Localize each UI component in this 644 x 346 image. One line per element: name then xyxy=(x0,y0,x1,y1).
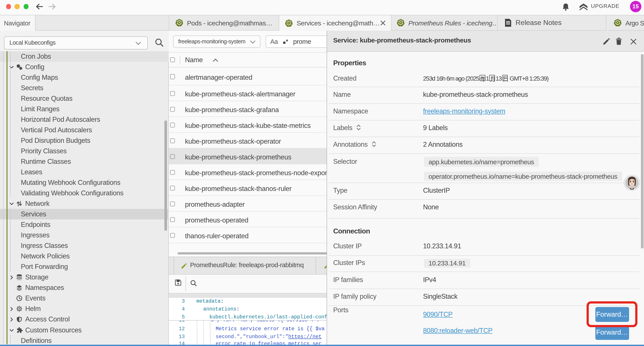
svg-text:*: * xyxy=(286,38,288,44)
